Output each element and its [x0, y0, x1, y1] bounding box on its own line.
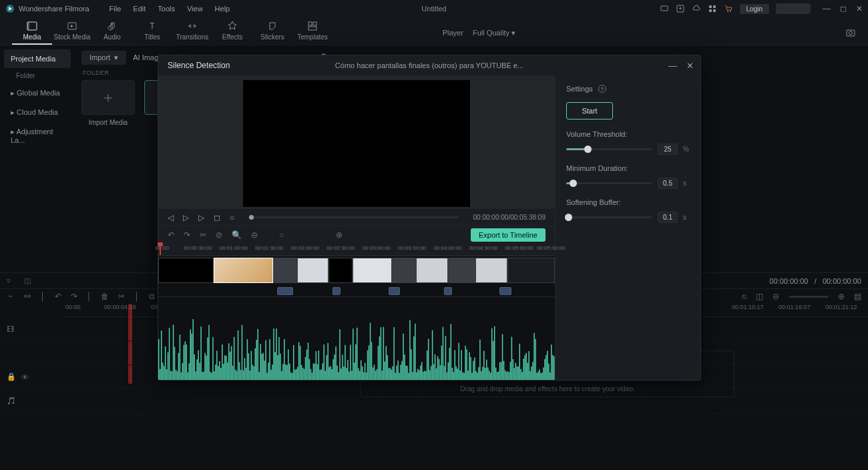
- svg-rect-136: [310, 369, 311, 380]
- modal-playhead[interactable]: [160, 244, 161, 255]
- cart-icon[interactable]: [724, 4, 733, 13]
- tab-stickers[interactable]: Stickers: [252, 20, 292, 45]
- upgrade-button[interactable]: [776, 3, 811, 14]
- svg-rect-131: [304, 369, 304, 380]
- menu-file[interactable]: File: [110, 5, 122, 13]
- apps-icon[interactable]: [708, 4, 717, 13]
- modal-minimize-icon[interactable]: —: [668, 61, 677, 71]
- tl-redo-icon[interactable]: ↷: [71, 292, 77, 301]
- modal-close-icon[interactable]: ✕: [686, 61, 694, 71]
- sidenav-folder[interactable]: Folder: [4, 68, 71, 83]
- tab-media[interactable]: Media: [12, 20, 52, 45]
- modal-zoom-out-icon[interactable]: ⊖: [251, 230, 258, 240]
- tl-fit-icon[interactable]: ▤: [854, 292, 861, 301]
- svg-rect-102: [265, 340, 266, 380]
- tl-magnet-icon[interactable]: ⫟: [7, 292, 15, 301]
- sidenav-cloud-media[interactable]: ▸ Cloud Media: [4, 103, 71, 122]
- softening-buffer-slider[interactable]: [566, 216, 652, 218]
- svg-rect-257: [470, 357, 471, 380]
- modal-redo-icon[interactable]: ↷: [184, 230, 190, 240]
- tl-link-icon[interactable]: ⚯: [24, 292, 31, 301]
- svg-rect-67: [219, 361, 220, 380]
- modal-delete-icon[interactable]: ⊘: [216, 230, 222, 240]
- tl-undo-icon[interactable]: ↶: [55, 292, 61, 301]
- play-icon[interactable]: ▷: [183, 213, 189, 222]
- svg-rect-61: [211, 373, 212, 380]
- menu-tools[interactable]: Tools: [158, 5, 175, 13]
- modal-cut-icon[interactable]: ✂: [200, 230, 206, 240]
- save-icon[interactable]: [676, 4, 685, 13]
- modal-zoom-knob[interactable]: ○: [279, 230, 284, 240]
- svg-rect-122: [292, 373, 292, 380]
- svg-rect-192: [385, 361, 385, 380]
- softening-buffer-label: Softening Buffer:: [566, 198, 690, 206]
- snapshot-icon[interactable]: [845, 27, 856, 38]
- player-quality-select[interactable]: Full Quality ▾: [473, 29, 515, 37]
- settings-help-icon[interactable]: ?: [598, 85, 606, 93]
- svg-rect-84: [242, 325, 242, 380]
- step-back-icon[interactable]: ◁: [168, 213, 174, 222]
- softening-buffer-value[interactable]: [658, 212, 678, 223]
- tab-audio[interactable]: Audio: [92, 20, 132, 45]
- svg-rect-68: [220, 368, 221, 380]
- svg-rect-299: [525, 353, 526, 380]
- mute-track-icon[interactable]: 👁: [21, 373, 29, 381]
- start-button[interactable]: Start: [566, 102, 613, 120]
- tl-zoom-slider[interactable]: [789, 296, 829, 298]
- tl-crop-icon[interactable]: ⧉: [149, 292, 155, 301]
- volume-threshold-slider[interactable]: [566, 148, 652, 150]
- device-icon[interactable]: [660, 4, 669, 13]
- minimize-icon[interactable]: —: [823, 5, 831, 13]
- media-sidenav: Project Media Folder ▸ Global Media ▸ Cl…: [0, 45, 75, 272]
- tab-effects[interactable]: Effects: [212, 20, 252, 45]
- tab-templates[interactable]: Templates: [292, 20, 333, 45]
- minimum-duration-slider[interactable]: [566, 182, 652, 184]
- stop-icon[interactable]: ◻: [214, 213, 220, 222]
- svg-rect-111: [277, 355, 278, 380]
- import-button[interactable]: Import ▾: [81, 51, 126, 65]
- svg-rect-96: [258, 329, 258, 380]
- sidenav-global-media[interactable]: ▸ Global Media: [4, 83, 71, 103]
- modal-thumbnail-track[interactable]: [158, 256, 555, 297]
- tl-marker-icon[interactable]: ▿: [7, 276, 16, 286]
- tl-cut-icon[interactable]: ✂: [118, 292, 125, 301]
- modal-undo-icon[interactable]: ↶: [168, 230, 174, 240]
- export-to-timeline-button[interactable]: Export to Timeline: [471, 228, 546, 242]
- svg-rect-177: [365, 363, 365, 380]
- modal-zoom-in-icon[interactable]: ⊕: [336, 230, 343, 240]
- lock-track-icon[interactable]: 🔒: [7, 373, 16, 381]
- cloud-icon[interactable]: [692, 4, 701, 13]
- modal-ruler[interactable]: 00:00 00:00:30:00 00:01:00:00 00:01:30:0…: [158, 244, 555, 256]
- tab-stock-media[interactable]: Stock Media: [52, 20, 92, 45]
- tl-delete-icon[interactable]: 🗑: [101, 292, 109, 301]
- sidenav-project-media[interactable]: Project Media: [4, 49, 71, 68]
- svg-rect-283: [505, 370, 505, 380]
- login-button[interactable]: Login: [740, 4, 769, 14]
- tl-zoom-in-icon[interactable]: ⊕: [838, 292, 845, 301]
- import-media-tile[interactable]: ＋ Import Media: [81, 80, 135, 126]
- maximize-icon[interactable]: ◻: [840, 5, 847, 13]
- menu-edit[interactable]: Edit: [133, 5, 146, 13]
- svg-rect-126: [297, 367, 298, 380]
- loop-icon[interactable]: ○: [230, 213, 234, 222]
- menu-help[interactable]: Help: [215, 5, 230, 13]
- tab-transitions[interactable]: Transitions: [172, 20, 212, 45]
- tl-adjust-icon[interactable]: ◫: [756, 292, 763, 301]
- minimum-duration-value[interactable]: [658, 178, 678, 189]
- modal-zoom-tool-icon[interactable]: 🔍: [232, 230, 242, 240]
- modal-waveform[interactable]: [158, 297, 555, 380]
- tl-zoom-out-icon[interactable]: ⊖: [773, 292, 779, 301]
- menu-view[interactable]: View: [187, 5, 203, 13]
- tab-titles[interactable]: TTitles: [132, 20, 172, 45]
- svg-rect-208: [405, 366, 406, 380]
- sidenav-adjustment[interactable]: ▸ Adjustment La...: [4, 122, 71, 150]
- svg-rect-21: [158, 339, 159, 380]
- svg-rect-24: [162, 363, 163, 380]
- tl-project-icon[interactable]: ◫: [24, 276, 33, 286]
- tl-mixer-icon[interactable]: ⎋: [742, 292, 746, 301]
- volume-threshold-value[interactable]: [658, 144, 678, 155]
- play-selection-icon[interactable]: ▷: [198, 213, 204, 222]
- svg-rect-43: [188, 373, 188, 380]
- close-icon[interactable]: ✕: [856, 5, 863, 13]
- modal-seek-bar[interactable]: [249, 216, 458, 218]
